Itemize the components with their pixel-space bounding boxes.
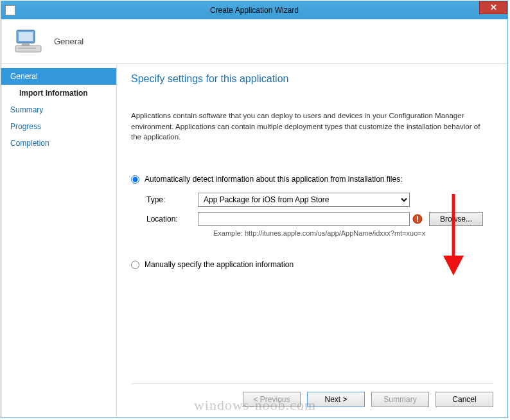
computer-icon [13,26,44,57]
next-button[interactable]: Next > [307,392,365,407]
location-input[interactable] [198,212,410,226]
wizard-buttons: < Previous Next > Summary Cancel [243,392,493,407]
svg-rect-1 [19,32,33,41]
sidebar-item-general[interactable]: General [1,68,116,85]
header-title: General [54,37,84,46]
svg-rect-2 [22,43,30,46]
location-example: Example: http://itunes.apple.com/us/app/… [213,229,493,237]
radio-manual-input[interactable] [131,261,139,269]
svg-rect-7 [417,221,418,222]
titlebar: Create Application Wizard ✕ [1,1,507,19]
wizard-body: General Import Information Summary Progr… [1,64,507,417]
svg-rect-6 [417,216,418,220]
type-select[interactable]: App Package for iOS from App Store [198,193,410,207]
radio-manual-label: Manually specify the application informa… [145,260,294,269]
previous-button: < Previous [243,392,301,407]
cancel-button[interactable]: Cancel [435,392,493,407]
sidebar-item-import-information[interactable]: Import Information [1,85,116,101]
radio-auto-detect[interactable]: Automatically detect information about t… [131,175,493,184]
radio-auto-detect-label: Automatically detect information about t… [145,175,403,184]
location-label: Location: [146,214,198,223]
auto-detect-form: Type: App Package for iOS from App Store… [146,193,493,237]
browse-button[interactable]: Browse... [429,212,483,226]
type-label: Type: [146,195,198,204]
wizard-header: General [1,19,507,64]
main-panel: Specify settings for this application Ap… [117,64,507,417]
sidebar-item-completion[interactable]: Completion [1,135,116,152]
page-heading: Specify settings for this application [131,73,493,85]
app-icon [5,5,15,15]
sidebar-item-progress[interactable]: Progress [1,118,116,135]
page-description: Applications contain software that you c… [131,110,493,143]
sidebar-item-summary[interactable]: Summary [1,101,116,118]
summary-button: Summary [371,392,429,407]
radio-manual[interactable]: Manually specify the application informa… [131,260,493,269]
svg-rect-4 [18,48,36,49]
sidebar: General Import Information Summary Progr… [1,64,117,417]
divider [131,383,493,384]
close-button[interactable]: ✕ [479,1,507,14]
error-icon [412,214,423,224]
wizard-window: Create Application Wizard ✕ General Gene… [1,1,508,418]
window-title: Create Application Wizard [210,6,299,15]
radio-auto-detect-input[interactable] [131,175,139,184]
